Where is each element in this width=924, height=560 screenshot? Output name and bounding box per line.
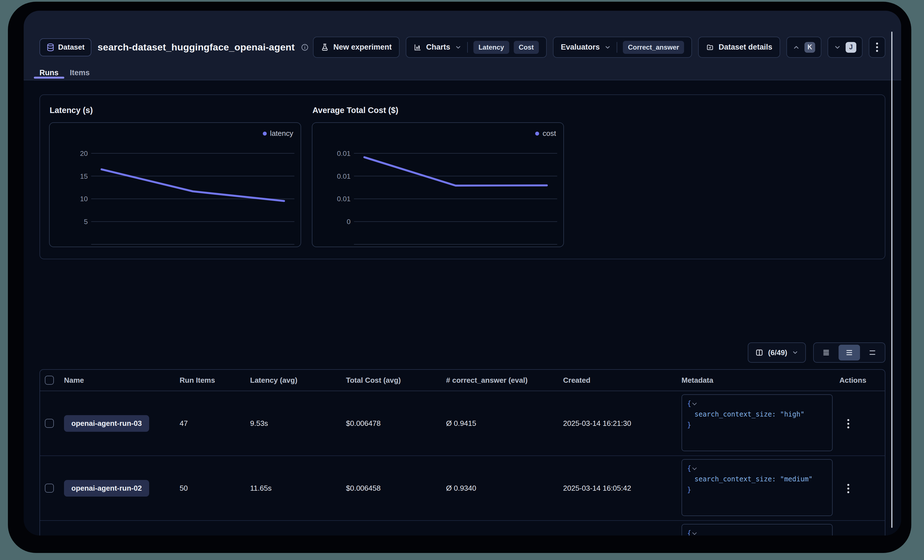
cost-line-chart: 0.010.010.010 [312,123,563,247]
run-items-value: 50 [180,484,250,493]
metadata-close-brace: } [687,486,691,494]
header-kebab-menu-button[interactable] [869,37,885,58]
header-row: Dataset search-dataset_huggingface_opena… [39,37,885,58]
metadata-cell: { search_context_size: "low" } [681,521,839,536]
column-header-actions: Actions [839,376,885,385]
charts-button[interactable]: Charts Latency Cost [406,37,547,58]
folder-icon [706,43,714,51]
select-all-checkbox[interactable] [45,376,54,385]
metadata-json-box: { search_context_size: "low" } [681,524,832,536]
row-actions-menu-button[interactable] [843,480,853,497]
kebab-icon [875,42,879,53]
page-title: search-dataset_huggingface_openai-agent [98,42,295,53]
tab-runs-label: Runs [39,69,58,77]
flask-icon [321,43,329,51]
latency-line-chart: 2015105 [50,123,301,247]
tab-bar: Runs Items [34,66,95,80]
column-header-total-cost: Total Cost (avg) [346,376,446,385]
dataset-badge-label: Dataset [58,43,85,52]
run-items-value: 47 [180,419,250,428]
new-experiment-button[interactable]: New experiment [313,37,399,58]
column-header-metadata: Metadata [681,376,839,385]
app-window: Dataset search-dataset_huggingface_opena… [24,11,901,536]
row-height-medium-button[interactable] [838,345,860,361]
tab-items-label: Items [70,69,90,77]
dataset-details-button[interactable]: Dataset details [698,37,780,58]
legend-label: cost [543,129,556,138]
latency-chart-block: Latency (s) 2015105 latency [49,106,301,247]
column-header-created: Created [563,376,681,385]
columns-icon [755,348,764,357]
chart-chip-cost[interactable]: Cost [514,41,539,54]
chevron-up-icon [793,44,800,51]
cost-chart-block: Average Total Cost ($) 0.010.010.010 cos… [312,106,564,247]
column-count-label: (6/49) [768,348,787,357]
rows-compact-icon [822,348,830,357]
total-cost-avg-value: $0.006478 [346,419,446,428]
previous-item-button[interactable]: K [786,37,821,58]
info-icon[interactable] [301,43,309,51]
column-header-correct-answer: # correct_answer (eval) [446,376,563,385]
run-name-chip[interactable]: openai-agent-run-03 [64,415,149,432]
active-tab-underline [34,77,64,79]
header-actions: New experiment Charts [313,37,885,58]
row-height-large-button[interactable] [862,345,883,361]
dataset-badge: Dataset [39,38,92,56]
legend-dot [263,132,267,136]
created-value: 2025-03-14 16:05:42 [563,484,681,493]
cost-chart-title: Average Total Cost ($) [312,106,564,115]
column-header-name: Name [64,376,180,385]
chart-chip-latency[interactable]: Latency [473,41,509,54]
metadata-content: search_context_size: "high" [687,409,827,420]
rows-tall-icon [868,348,877,357]
legend-dot [535,132,539,136]
database-icon [46,43,55,52]
desktop-background: Dataset search-dataset_huggingface_opena… [0,0,924,560]
main-content: Latency (s) 2015105 latency Average Tota… [24,80,901,536]
svg-text:0.01: 0.01 [337,172,351,180]
app-header: Dataset search-dataset_huggingface_opena… [24,11,901,80]
metadata-open-brace: { [687,400,691,407]
correct-answer-eval-value: Ø 0.9340 [446,484,563,493]
vertical-scrollbar[interactable] [891,31,892,528]
svg-text:0.01: 0.01 [337,150,351,157]
chevron-down-icon [455,44,462,51]
svg-text:5: 5 [84,218,88,226]
latency-avg-value: 11.65s [250,484,346,493]
metadata-open-brace: { [687,464,691,472]
table-row: openai-agent-run-01 50 16.48s $0.009572 … [40,521,885,536]
evaluators-button-label: Evaluators [561,43,600,52]
svg-text:10: 10 [80,195,88,203]
row-checkbox[interactable] [45,484,54,493]
column-header-latency: Latency (avg) [250,376,346,385]
chevron-down-icon [604,44,611,51]
correct-answer-eval-value: Ø 0.9415 [446,419,563,428]
tab-runs[interactable]: Runs [34,66,64,80]
metadata-content: search_context_size: "medium" [687,474,827,484]
legend-label: latency [270,129,293,138]
metadata-collapse-chevron-icon[interactable] [693,466,697,470]
svg-text:15: 15 [80,172,88,180]
latency-avg-value: 9.53s [250,419,346,428]
row-height-small-button[interactable] [816,345,837,361]
evaluators-button[interactable]: Evaluators Correct_answer [553,37,692,58]
run-name-chip[interactable]: openai-agent-run-02 [64,480,149,497]
charts-button-label: Charts [426,43,450,52]
metadata-cell: { search_context_size: "high" } [681,391,839,455]
metadata-collapse-chevron-icon[interactable] [693,401,697,405]
new-experiment-label: New experiment [333,43,392,52]
column-header-run-items: Run Items [180,376,250,385]
cost-chart-legend: cost [535,129,556,138]
next-item-button[interactable]: J [828,37,862,58]
chevron-down-icon [792,349,798,356]
metadata-collapse-chevron-icon[interactable] [693,530,697,535]
evaluator-chip-correct-answer[interactable]: Correct_answer [623,41,684,54]
column-visibility-button[interactable]: (6/49) [748,343,806,363]
shortcut-key-j: J [846,42,856,53]
svg-text:0.01: 0.01 [337,195,351,203]
row-actions-menu-button[interactable] [843,415,853,432]
metadata-json-box: { search_context_size: "high" } [681,394,832,451]
tab-items[interactable]: Items [64,66,96,80]
row-checkbox[interactable] [45,419,54,428]
metadata-json-box: { search_context_size: "medium" } [681,459,832,516]
